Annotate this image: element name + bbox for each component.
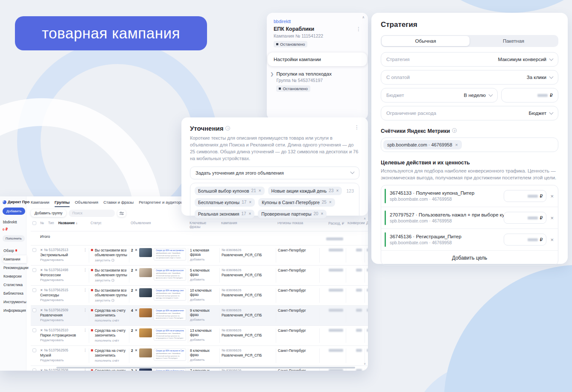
sidebar-account[interactable]: bbdirektt	[3, 220, 26, 224]
spend-limit-select[interactable]: Ограничение расхода Бюджет	[381, 106, 558, 120]
header-name-sort[interactable]: Название ↓	[58, 221, 77, 225]
row-menu-icon[interactable]: ⋮	[83, 288, 87, 292]
table-row[interactable]: ✕ № 5137562515 ⋮ Снегоходы Редактировать…	[31, 286, 368, 306]
row-checkbox[interactable]	[32, 268, 36, 272]
chevron-right-icon[interactable]: ❯	[270, 72, 274, 92]
table-row[interactable]: ✕ № 5137562510 ⋮ Парки Аттракционов Реда…	[31, 326, 368, 346]
clarifications-dropdown[interactable]: Задать уточнения для этого объявления	[190, 167, 359, 179]
remove-chip-icon[interactable]: ×	[329, 200, 332, 205]
table-row[interactable]: ✕ № 5137562505 ⋮ Музей Редактировать Сре…	[31, 346, 368, 366]
budget-amount-input[interactable]: ₽	[501, 88, 558, 102]
goal-value-input[interactable]: ₽	[504, 190, 546, 202]
table-row[interactable]: ✕ № 5137562509 ⋮ Развлечения Редактирова…	[31, 306, 368, 326]
status-action-link[interactable]: пополнить счёт	[95, 359, 127, 363]
group-tree-item[interactable]: Прогулки на теплоходах	[276, 71, 332, 76]
horizontal-scrollbar[interactable]	[56, 367, 355, 369]
scroll-up-icon[interactable]: ∧	[364, 217, 366, 220]
add-button[interactable]: Добавить	[3, 208, 25, 215]
edit-link[interactable]: Редактировать	[40, 278, 87, 282]
sidebar-item-statistics[interactable]: Статистика	[3, 281, 26, 289]
sidebar-item-overview[interactable]: Обзор	[3, 247, 26, 255]
tab-package[interactable]: Пакетная	[470, 36, 557, 46]
sidebar-item-library[interactable]: Библиотека	[3, 290, 26, 297]
add-keyword-link[interactable]: добавить	[190, 318, 218, 322]
add-keyword-link[interactable]: добавить	[190, 338, 218, 342]
search-input[interactable]	[69, 210, 115, 217]
remove-chip-icon[interactable]: ×	[249, 211, 251, 216]
tab-regular[interactable]: Обычная	[382, 36, 470, 46]
remove-goal-icon[interactable]: ×	[550, 215, 554, 221]
topup-button[interactable]: Пополнить	[3, 235, 25, 242]
filter-button[interactable]	[117, 210, 126, 217]
row-menu-icon[interactable]: ⋮	[83, 248, 87, 252]
row-menu-icon[interactable]: ⋮	[83, 328, 87, 332]
remove-chip-icon[interactable]: ×	[336, 188, 339, 193]
campaign-settings-item[interactable]: Настройки кампании	[268, 53, 367, 66]
tab-ads[interactable]: Объявления	[75, 200, 98, 207]
clarification-chip[interactable]: Новые акции каждый день23×	[268, 187, 342, 195]
campaign-menu-icon[interactable]: ⋮	[356, 26, 361, 32]
payment-select[interactable]: С оплатой За клики	[381, 70, 558, 85]
sidebar-item-recommendations[interactable]: Рекомендации	[3, 264, 26, 272]
clarification-chip[interactable]: Реальная экономия17×	[195, 210, 254, 218]
remove-chip-icon[interactable]: ×	[321, 211, 324, 216]
scroll-down-icon[interactable]: ∨	[364, 362, 366, 366]
table-row[interactable]: ✕ № 5137562513 ⋮ Экстремальный Редактиро…	[31, 246, 368, 266]
row-checkbox[interactable]	[32, 348, 36, 352]
add-goal-button[interactable]: Добавить цель	[381, 251, 558, 265]
edit-link[interactable]: Редактировать	[40, 298, 87, 302]
row-menu-icon[interactable]: ⋮	[83, 348, 87, 352]
goal-value-input[interactable]: ₽	[504, 234, 546, 246]
row-menu-icon[interactable]: ⋮	[83, 369, 87, 371]
sidebar-item-information[interactable]: Информация	[3, 307, 26, 314]
clarification-chip[interactable]: Проверенные партнеры20×	[258, 210, 327, 218]
budget-period-select[interactable]: Бюджет В неделю	[381, 88, 498, 102]
row-checkbox[interactable]	[32, 369, 36, 371]
clarification-chip[interactable]: Бесплатные купоны17×	[195, 198, 255, 207]
status-action-link[interactable]: пополнить счёт	[95, 339, 127, 342]
edit-link[interactable]: Редактировать	[40, 258, 87, 262]
tab-campaigns[interactable]: Кампании	[31, 200, 50, 207]
remove-goal-icon[interactable]: ×	[550, 237, 554, 243]
clarifications-menu-icon[interactable]: ⋮	[354, 125, 359, 130]
remove-counter-icon[interactable]: ×	[455, 142, 458, 147]
tab-bids-phrases[interactable]: Ставки и фразы	[103, 200, 134, 207]
metrica-counters-input[interactable]: spb.boombate.com · 46769958 ×	[381, 137, 558, 152]
row-checkbox[interactable]	[32, 248, 36, 252]
sidebar-item-conversions[interactable]: Конверсии	[3, 272, 26, 280]
campaign-title[interactable]: ЕПК Кораблики	[274, 26, 314, 32]
add-keyword-link[interactable]: добавить	[190, 257, 218, 261]
add-group-button[interactable]: Добавить группу	[31, 209, 66, 217]
sidebar-item-campaigns[interactable]: Кампании	[3, 255, 26, 263]
status-action-link[interactable]: запустить?	[95, 298, 127, 302]
strategy-select[interactable]: Стратегия Максимум конверсий	[381, 52, 558, 67]
table-row[interactable]: ✕ № 5137562498 ⋮ Фотосессии Редактироват…	[31, 266, 368, 286]
status-action-link[interactable]: пополнить счёт	[95, 319, 127, 322]
panel-scroll-up-icon[interactable]: ∧	[362, 15, 365, 19]
add-keyword-link[interactable]: добавить	[190, 358, 218, 362]
remove-goal-icon[interactable]: ×	[550, 193, 554, 199]
clarification-chip[interactable]: Купоны в Санкт-Петербурге25×	[258, 198, 335, 207]
row-checkbox[interactable]	[32, 288, 36, 292]
status-action-link[interactable]: запустить?	[95, 278, 127, 282]
remove-chip-icon[interactable]: ×	[259, 188, 261, 193]
tab-retargeting[interactable]: Ретаргетинг и аудитории	[139, 200, 185, 207]
goal-value-input[interactable]: ₽	[504, 212, 546, 224]
account-link[interactable]: bbdirektt	[274, 19, 361, 24]
add-keyword-link[interactable]: добавить	[190, 298, 218, 301]
edit-link[interactable]: Редактировать	[40, 358, 87, 362]
help-icon[interactable]: ?	[452, 128, 457, 133]
row-checkbox[interactable]	[32, 308, 36, 312]
add-keyword-link[interactable]: добавить	[190, 278, 218, 281]
edit-link[interactable]: Редактировать	[40, 318, 87, 322]
help-icon[interactable]: ?	[225, 126, 230, 131]
remove-chip-icon[interactable]: ×	[249, 200, 251, 205]
tab-groups[interactable]: Группы	[55, 200, 70, 207]
sidebar-item-tools[interactable]: Инструменты	[3, 298, 26, 306]
row-menu-icon[interactable]: ⋮	[83, 308, 87, 312]
row-menu-icon[interactable]: ⋮	[83, 268, 87, 272]
header-checkbox[interactable]	[32, 221, 36, 225]
row-checkbox[interactable]	[32, 328, 36, 332]
edit-link[interactable]: Редактировать	[40, 338, 87, 342]
clarification-chip[interactable]: Большой выбор купонов21×	[195, 187, 265, 195]
